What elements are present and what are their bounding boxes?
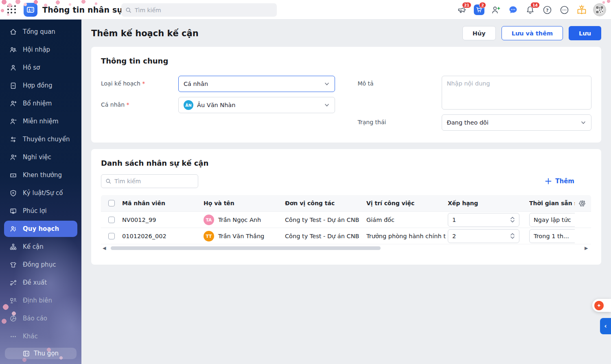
award-ticket-icon xyxy=(9,171,17,179)
sidebar-item-hop-dong[interactable]: Hợp đồng xyxy=(4,77,77,94)
sidebar-item-quy-hoach[interactable]: Quy hoạch xyxy=(4,221,77,237)
rank-stepper[interactable] xyxy=(510,233,515,239)
sidebar-item-dong-phuc[interactable]: Đồng phục xyxy=(4,257,77,273)
notifications-badge: 14 xyxy=(530,2,540,8)
person-select[interactable]: ÂN Âu Văn Nhàn xyxy=(178,97,335,113)
rank-input[interactable] xyxy=(452,233,501,239)
row-checkbox[interactable] xyxy=(108,233,115,239)
availability-input-box xyxy=(529,213,575,227)
list-search[interactable] xyxy=(101,174,198,188)
help-button[interactable]: ? xyxy=(542,4,553,15)
sidebar-item-khac[interactable]: Khác xyxy=(4,328,77,344)
panel-expand-tab[interactable]: ‹ xyxy=(600,318,611,334)
guide-button[interactable] xyxy=(576,4,587,15)
column-header-position: Vị trí công việc xyxy=(366,200,448,206)
chevron-down-icon xyxy=(510,236,515,239)
save-button[interactable]: Lưu xyxy=(569,26,601,40)
rank-stepper[interactable] xyxy=(510,217,515,223)
cart-button[interactable]: 2 xyxy=(473,4,484,15)
table-header-row: Mã nhân viên Họ và tên Đơn vị công tác V… xyxy=(101,195,591,211)
page-title: Thêm kế hoạch kế cận xyxy=(91,29,199,38)
list-search-input[interactable] xyxy=(114,178,194,184)
chevron-down-icon xyxy=(580,120,586,125)
general-info-card: Thông tin chung Loại kế hoạch * Cá nhân … xyxy=(91,47,601,143)
column-header-rank: Xếp hạng xyxy=(448,200,529,206)
sidebar-item-label: Hợp đồng xyxy=(23,82,52,89)
sidebar-item-thuyen-chuyen[interactable]: Thuyên chuyển xyxy=(4,131,77,147)
sidebar-item-label: Quy hoạch xyxy=(23,225,59,232)
sidebar-item-ky-luat[interactable]: Kỷ luật/Sự cố xyxy=(4,185,77,201)
person-value: Âu Văn Nhàn xyxy=(197,102,235,108)
save-and-add-button[interactable]: Lưu và thêm xyxy=(502,26,563,40)
column-header-availability: Thời gian sẵn s xyxy=(529,200,575,206)
global-search-input[interactable] xyxy=(135,7,273,13)
sidebar-item-bao-cao[interactable]: Báo cáo xyxy=(4,310,77,327)
cell-availability xyxy=(529,229,575,243)
description-field[interactable] xyxy=(442,76,592,110)
row-checkbox[interactable] xyxy=(108,217,115,223)
chevron-left-icon: ‹ xyxy=(604,322,607,330)
status-select[interactable]: Đang theo dõi xyxy=(442,114,592,131)
scroll-right-arrow[interactable]: ▶ xyxy=(585,246,589,250)
sidebar-item-ke-can[interactable]: Kế cận xyxy=(4,239,77,255)
proposal-route-icon xyxy=(9,278,17,287)
cell-code: 01012026_002 xyxy=(122,233,204,239)
sidebar-item-label: Định biên xyxy=(23,297,52,304)
collapse-sidebar-button[interactable]: Thu gọn xyxy=(5,348,77,359)
succession-list-card: Danh sách nhân sự kế cận Thêm Mã nhân vi… xyxy=(91,149,601,265)
cancel-button[interactable]: Hủy xyxy=(462,26,496,40)
user-avatar[interactable] xyxy=(593,3,606,16)
scroll-left-arrow[interactable]: ◀ xyxy=(103,246,107,250)
sidebar-item-nghi-viec[interactable]: Nghỉ việc xyxy=(4,149,77,165)
description-textarea[interactable] xyxy=(447,80,587,105)
sidebar-item-dinh-bien[interactable]: Định biên xyxy=(4,292,77,309)
ai-assistant-button[interactable]: ✦ xyxy=(592,299,611,312)
plan-type-select[interactable]: Cá nhân xyxy=(178,76,335,92)
sidebar-item-mien-nhiem[interactable]: Miễn nhiệm xyxy=(4,113,77,129)
sidebar-item-tong-quan[interactable]: Tổng quan xyxy=(4,24,77,40)
select-all-checkbox[interactable] xyxy=(108,200,115,206)
cell-position: Giám đốc xyxy=(366,217,448,223)
add-person-button[interactable]: Thêm xyxy=(545,178,574,185)
benefit-card-icon xyxy=(9,207,17,215)
chevron-down-icon xyxy=(510,220,515,223)
plan-type-value: Cá nhân xyxy=(184,81,208,87)
people-group-icon xyxy=(9,46,17,54)
gear-icon[interactable] xyxy=(578,200,586,207)
sidebar-item-khen-thuong[interactable]: Khen thưởng xyxy=(4,167,77,183)
sidebar-item-label: Nghỉ việc xyxy=(23,153,51,161)
chevron-up-icon xyxy=(510,233,515,236)
search-icon xyxy=(105,178,111,184)
shirt-icon xyxy=(9,261,17,269)
hr-app-logo-icon[interactable] xyxy=(24,3,37,17)
sidebar-item-ho-so[interactable]: Hồ sơ xyxy=(4,59,77,76)
qr-avatar-image xyxy=(596,6,603,13)
scrollbar-track[interactable] xyxy=(109,246,583,250)
person-label: Cá nhân * xyxy=(101,97,178,113)
app-launcher-icon[interactable] xyxy=(7,5,16,14)
sidebar-item-phuc-loi[interactable]: Phúc lợi xyxy=(4,203,77,219)
shield-x-icon xyxy=(9,189,17,197)
sidebar-item-label: Đồng phục xyxy=(23,261,56,268)
availability-input[interactable] xyxy=(534,233,575,239)
general-info-title: Thông tin chung xyxy=(101,57,591,65)
chat-button[interactable] xyxy=(508,4,519,15)
ellipsis-icon xyxy=(559,5,569,15)
sidebar-item-de-xuat[interactable]: Đề xuất xyxy=(4,274,77,291)
sidebar-item-label: Kế cận xyxy=(23,243,44,250)
sidebar-item-hoi-nhap[interactable]: Hội nhập xyxy=(4,42,77,58)
availability-input[interactable] xyxy=(534,217,575,223)
add-user-button[interactable] xyxy=(491,4,502,15)
sidebar-item-bo-nhiem[interactable]: Bổ nhiệm xyxy=(4,95,77,112)
transfer-icon xyxy=(9,135,17,143)
column-settings-cell xyxy=(575,200,591,207)
cell-name: Trần Ngọc Anh xyxy=(218,217,261,223)
person-minus-icon xyxy=(9,117,17,125)
notifications-button[interactable]: 14 xyxy=(525,4,536,15)
contract-icon xyxy=(9,81,17,90)
rank-input[interactable] xyxy=(452,217,501,223)
scrollbar-thumb[interactable] xyxy=(111,246,381,250)
global-search[interactable] xyxy=(121,3,277,17)
more-menu-button[interactable] xyxy=(559,4,570,15)
announcements-button[interactable]: 21 xyxy=(456,4,467,15)
